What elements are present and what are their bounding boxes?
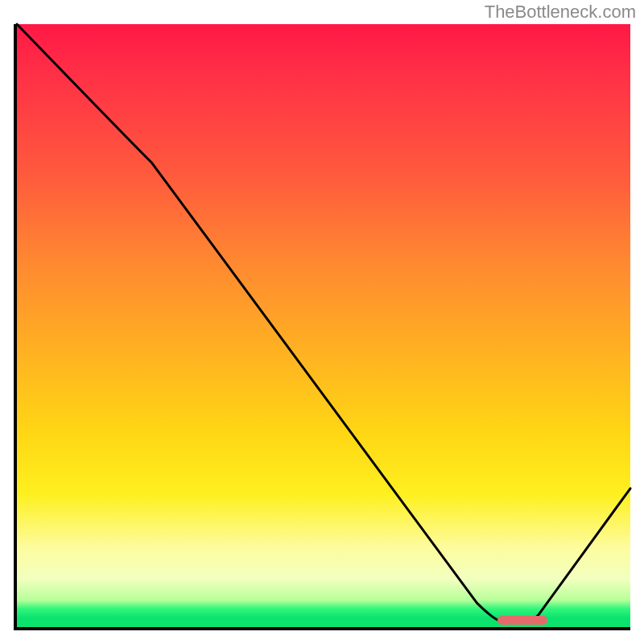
chart-plot-area [14, 24, 630, 630]
optimal-range-marker [497, 616, 547, 625]
bottleneck-curve [17, 24, 630, 627]
curve-path [17, 24, 630, 621]
attribution-text: TheBottleneck.com [485, 2, 636, 23]
